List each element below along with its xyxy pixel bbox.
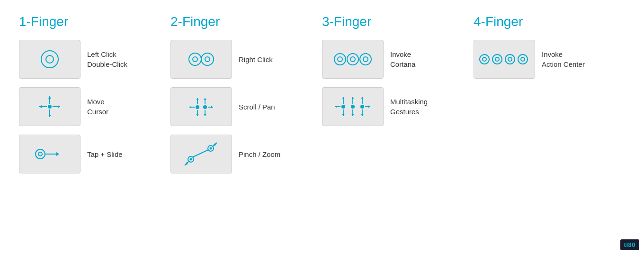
gesture-label-invoke-cortana: Invoke Cortana <box>390 49 415 69</box>
gesture-box-left-click <box>19 40 80 79</box>
svg-point-74 <box>521 57 525 61</box>
svg-marker-60 <box>361 97 364 99</box>
column-one-finger: 1-Finger Left Click Double-Click <box>19 14 170 182</box>
svg-point-37 <box>210 147 212 149</box>
svg-marker-54 <box>368 106 370 108</box>
svg-point-19 <box>196 105 199 109</box>
header-two-finger: 2-Finger <box>170 14 322 29</box>
svg-point-2 <box>48 105 52 109</box>
gesture-box-multitasking <box>322 87 384 126</box>
svg-point-73 <box>518 55 528 64</box>
svg-marker-58 <box>352 97 354 99</box>
svg-point-47 <box>363 57 368 62</box>
gesture-row-scroll-pan: Scroll / Pan <box>170 87 322 126</box>
svg-marker-22 <box>189 106 191 108</box>
gesture-box-pinch-zoom <box>170 135 232 173</box>
gesture-box-right-click <box>170 40 232 79</box>
gesture-row-invoke-cortana: Invoke Cortana <box>322 40 474 79</box>
svg-point-17 <box>201 53 214 65</box>
svg-marker-64 <box>352 114 354 116</box>
header-one-finger: 1-Finger <box>19 14 170 29</box>
svg-marker-66 <box>361 114 364 116</box>
svg-marker-52 <box>335 106 337 108</box>
svg-point-16 <box>193 57 197 62</box>
svg-marker-14 <box>56 152 59 156</box>
svg-marker-8 <box>48 96 51 99</box>
column-two-finger: 2-Finger Right Click <box>170 14 322 182</box>
svg-point-11 <box>36 149 45 159</box>
column-four-finger: 4-Finger Invoke Action Center <box>474 14 625 182</box>
svg-point-68 <box>483 57 486 61</box>
gesture-label-right-click: Right Click <box>239 55 273 64</box>
svg-marker-6 <box>58 105 60 108</box>
svg-point-69 <box>492 55 502 64</box>
svg-point-0 <box>41 51 58 68</box>
gesture-label-tap-slide: Tap + Slide <box>87 149 123 159</box>
column-three-finger: 3-Finger Invoke Cortana <box>322 14 474 182</box>
gesture-row-right-click: Right Click <box>170 40 322 79</box>
svg-point-50 <box>360 105 364 109</box>
svg-point-18 <box>205 57 210 62</box>
gesture-box-invoke-cortana <box>322 40 384 79</box>
svg-point-48 <box>341 105 345 109</box>
gesture-row-move-cursor: Move Cursor <box>19 87 170 126</box>
svg-point-45 <box>350 57 355 62</box>
svg-point-34 <box>190 158 192 160</box>
svg-marker-28 <box>204 98 206 100</box>
svg-point-44 <box>347 54 358 65</box>
svg-point-1 <box>46 55 54 63</box>
svg-point-42 <box>334 54 346 65</box>
svg-point-43 <box>338 57 342 62</box>
header-three-finger: 3-Finger <box>322 14 474 29</box>
gesture-label-multitasking: Multitasking Gestures <box>390 97 428 117</box>
svg-line-35 <box>193 150 208 157</box>
svg-point-46 <box>360 54 371 65</box>
svg-marker-10 <box>48 115 51 117</box>
svg-point-20 <box>203 105 207 109</box>
svg-point-72 <box>508 57 512 61</box>
tilo-badge: tI80 <box>620 239 639 250</box>
gesture-box-tap-slide <box>19 135 80 173</box>
gesture-label-scroll-pan: Scroll / Pan <box>239 102 275 112</box>
gesture-row-pinch-zoom: Pinch / Zoom <box>170 135 322 173</box>
main-container: 1-Finger Left Click Double-Click <box>0 0 644 196</box>
svg-point-67 <box>480 55 489 64</box>
gesture-row-invoke-action-center: Invoke Action Center <box>474 40 625 79</box>
gesture-box-invoke-action-center <box>474 40 535 79</box>
svg-marker-32 <box>204 114 206 116</box>
svg-point-49 <box>351 105 355 109</box>
gesture-box-move-cursor <box>19 87 80 126</box>
svg-marker-30 <box>197 114 199 116</box>
svg-point-70 <box>495 57 499 61</box>
gesture-box-scroll-pan <box>170 87 232 126</box>
header-four-finger: 4-Finger <box>474 14 625 29</box>
svg-marker-56 <box>342 97 345 99</box>
svg-marker-26 <box>197 98 199 100</box>
svg-marker-24 <box>211 106 213 108</box>
gesture-row-tap-slide: Tap + Slide <box>19 135 170 173</box>
svg-marker-62 <box>342 114 345 116</box>
gesture-label-left-click: Left Click Double-Click <box>87 49 127 69</box>
gesture-label-move-cursor: Move Cursor <box>87 97 108 117</box>
svg-point-12 <box>38 152 42 156</box>
svg-point-15 <box>189 53 201 65</box>
gesture-row-multitasking: Multitasking Gestures <box>322 87 474 126</box>
svg-marker-4 <box>39 105 42 108</box>
gesture-label-invoke-action-center: Invoke Action Center <box>542 49 585 69</box>
svg-point-71 <box>505 55 515 64</box>
gesture-label-pinch-zoom: Pinch / Zoom <box>239 149 280 159</box>
gesture-row-left-click: Left Click Double-Click <box>19 40 170 79</box>
